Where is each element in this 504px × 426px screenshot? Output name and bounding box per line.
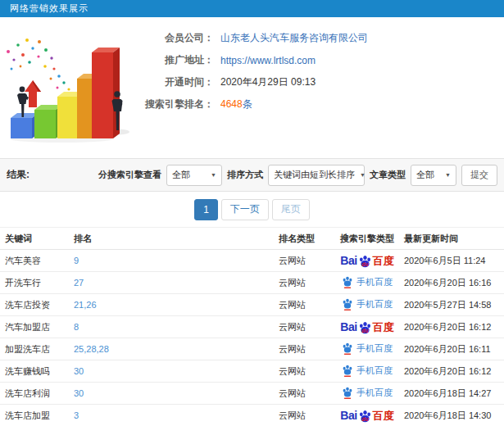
mobile-baidu-logo: 手机百度 xyxy=(342,364,393,378)
keyword-cell: 汽车加盟店 xyxy=(0,316,74,338)
result-label: 结果: xyxy=(7,168,30,182)
svg-text:du: du xyxy=(361,415,368,421)
sort-value: 关键词由短到长排序 xyxy=(274,169,355,181)
pagination: 1 下一页 尾页 xyxy=(0,192,504,227)
rank-cell[interactable]: 30 xyxy=(74,360,279,383)
col-rank: 排名 xyxy=(74,228,279,250)
chevron-down-icon: ▼ xyxy=(211,172,216,178)
baidu-logo: Baidu百度 xyxy=(340,320,393,334)
mobile-baidu-paw-icon xyxy=(342,386,353,400)
page-title: 网络营销效果展示 xyxy=(10,3,89,13)
update-time-cell: 2020年6月18日 14:27 xyxy=(404,383,504,405)
table-body: 汽车美容 9 云网站 Baidu百度 2020年6月5日 11:24 开洗车行 … xyxy=(0,250,504,426)
mobile-baidu-paw-icon xyxy=(342,275,353,289)
rank-cell[interactable]: 25,28,28 xyxy=(74,338,279,360)
article-type-value: 全部 xyxy=(416,169,434,181)
ranking-count-label: 搜索引擎排名： xyxy=(145,97,214,111)
rank-type-cell: 云网站 xyxy=(279,338,330,360)
rank-cell[interactable]: 9 xyxy=(74,250,279,272)
rank-cell[interactable]: 21,26 xyxy=(74,294,279,316)
svg-text:du: du xyxy=(361,327,368,333)
rank-type-cell: 云网站 xyxy=(279,405,330,426)
confetti xyxy=(7,39,70,91)
col-engine-type: 搜索引擎类型 xyxy=(330,228,404,250)
col-keyword: 关键词 xyxy=(0,228,74,250)
update-time-cell: 2020年6月20日 16:16 xyxy=(404,272,504,294)
ranking-count-unit: 条 xyxy=(243,98,252,110)
mobile-baidu-logo: 手机百度 xyxy=(342,275,393,289)
table-row: 开洗车行 27 云网站 手机百度 2020年6月20日 16:16 xyxy=(0,272,504,294)
engine-filter-label: 分搜索引擎查看 xyxy=(98,169,161,181)
update-time-cell: 2020年6月20日 16:12 xyxy=(404,316,504,338)
engine-cell: 手机百度 xyxy=(330,383,404,405)
engine-cell: 手机百度 xyxy=(330,338,404,360)
update-time-cell: 2020年6月20日 16:11 xyxy=(404,338,504,360)
last-page-button[interactable]: 尾页 xyxy=(272,199,310,220)
keyword-cell: 洗车店加盟 xyxy=(0,405,74,426)
baidu-logo: Baidu百度 xyxy=(340,254,393,268)
rank-type-cell: 云网站 xyxy=(279,383,330,405)
info-row-ranking-count: 搜索引擎排名： 4648条 xyxy=(145,93,504,116)
page-1-button[interactable]: 1 xyxy=(194,199,218,220)
update-time-cell: 2020年6月20日 16:12 xyxy=(404,360,504,383)
svg-text:du: du xyxy=(361,261,368,266)
rank-cell[interactable]: 3 xyxy=(74,405,279,426)
promo-url-link[interactable]: https://www.lrtlsd.com xyxy=(220,55,316,66)
baidu-paw-icon: du xyxy=(357,254,373,268)
engine-cell: Baidu百度 xyxy=(330,250,404,272)
engine-cell: 手机百度 xyxy=(330,360,404,383)
chevron-down-icon: ▼ xyxy=(445,172,451,178)
baidu-paw-icon: du xyxy=(357,320,373,334)
mobile-baidu-logo: 手机百度 xyxy=(342,342,393,356)
update-time-cell: 2020年6月18日 14:30 xyxy=(404,405,504,426)
keyword-cell: 加盟洗车店 xyxy=(0,338,74,360)
engine-filter-value: 全部 xyxy=(172,169,190,181)
keyword-cell: 洗车店利润 xyxy=(0,383,74,405)
rank-cell[interactable]: 30 xyxy=(74,383,279,405)
keyword-cell: 开洗车行 xyxy=(0,272,74,294)
rank-type-cell: 云网站 xyxy=(279,250,330,272)
company-name-link[interactable]: 山东老人头汽车服务咨询有限公司 xyxy=(220,31,368,45)
submit-button[interactable]: 提交 xyxy=(461,165,497,186)
info-row-open-time: 开通时间： 2020年4月29日 09:13 xyxy=(145,71,504,93)
engine-filter-select[interactable]: 全部 ▼ xyxy=(166,165,222,186)
sort-label: 排序方式 xyxy=(227,169,263,181)
next-page-button[interactable]: 下一页 xyxy=(221,199,269,220)
engine-cell: 手机百度 xyxy=(330,294,404,316)
table-row: 汽车美容 9 云网站 Baidu百度 2020年6月5日 11:24 xyxy=(0,250,504,272)
table-row: 汽车加盟店 8 云网站 Baidu百度 2020年6月20日 16:12 xyxy=(0,316,504,338)
mobile-baidu-logo: 手机百度 xyxy=(342,386,393,400)
baidu-logo: Baidu百度 xyxy=(340,409,393,423)
rank-cell[interactable]: 8 xyxy=(74,316,279,338)
sort-select[interactable]: 关键词由短到长排序 ▼ xyxy=(268,165,365,186)
keyword-cell: 汽车美容 xyxy=(0,250,74,272)
promo-url-label: 推广地址： xyxy=(145,53,214,67)
page-header: 网络营销效果展示 xyxy=(0,0,504,17)
filter-controls: 分搜索引擎查看 全部 ▼ 排序方式 关键词由短到长排序 ▼ 文章类型 全部 ▼ … xyxy=(98,165,497,186)
table-row: 洗车店利润 30 云网站 手机百度 2020年6月18日 14:27 xyxy=(0,383,504,405)
rank-cell[interactable]: 27 xyxy=(74,272,279,294)
mobile-baidu-logo: 手机百度 xyxy=(342,297,393,311)
article-type-label: 文章类型 xyxy=(370,169,406,181)
company-info-list: 会员公司： 山东老人头汽车服务咨询有限公司 推广地址： https://www.… xyxy=(145,17,504,116)
rank-type-cell: 云网站 xyxy=(279,272,330,294)
filter-bar: 结果: 分搜索引擎查看 全部 ▼ 排序方式 关键词由短到长排序 ▼ 文章类型 全… xyxy=(0,158,504,192)
article-type-select[interactable]: 全部 ▼ xyxy=(411,165,456,186)
open-time-value: 2020年4月29日 09:13 xyxy=(220,75,316,89)
table-row: 洗车店投资 21,26 云网站 手机百度 2020年5月27日 14:58 xyxy=(0,294,504,316)
rank-type-cell: 云网站 xyxy=(279,294,330,316)
info-row-company: 会员公司： 山东老人头汽车服务咨询有限公司 xyxy=(145,27,504,49)
info-row-url: 推广地址： https://www.lrtlsd.com xyxy=(145,49,504,71)
engine-cell: Baidu百度 xyxy=(330,405,404,426)
open-time-label: 开通时间： xyxy=(145,75,214,89)
table-header-row: 关键词 排名 排名类型 搜索引擎类型 最新更新时间 xyxy=(0,228,504,250)
growth-chart-illustration xyxy=(0,17,146,148)
results-table: 关键词 排名 排名类型 搜索引擎类型 最新更新时间 汽车美容 9 云网站 Bai… xyxy=(0,227,504,426)
col-update-time: 最新更新时间 xyxy=(404,228,504,250)
ranking-count-number: 4648 xyxy=(220,98,243,110)
mobile-baidu-paw-icon xyxy=(342,364,353,378)
engine-cell: 手机百度 xyxy=(330,272,404,294)
baidu-paw-icon: du xyxy=(357,409,373,423)
rank-type-cell: 云网站 xyxy=(279,360,330,383)
chevron-down-icon: ▼ xyxy=(360,172,366,178)
